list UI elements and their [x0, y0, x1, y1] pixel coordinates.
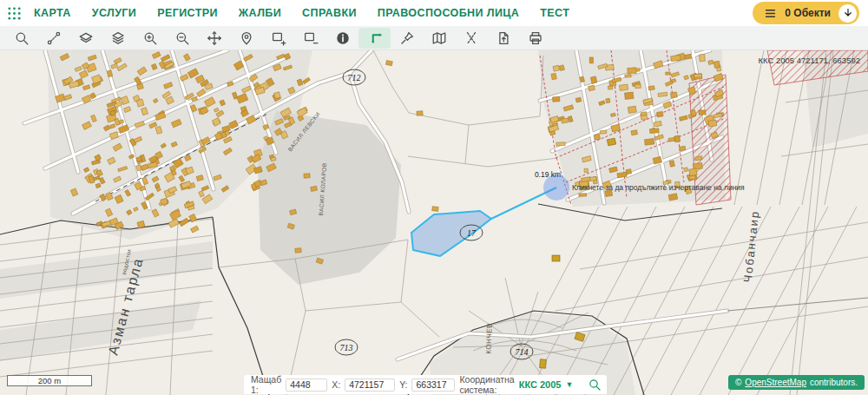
- deselect-rectangle-icon: [303, 30, 319, 46]
- tool-select-rectangle[interactable]: [262, 28, 294, 49]
- y-coordinate-input[interactable]: [411, 379, 455, 392]
- tool-measure-path[interactable]: [37, 28, 69, 49]
- tool-export[interactable]: [487, 28, 519, 49]
- svg-text:0.19 km: 0.19 km: [535, 170, 561, 179]
- export-file-icon: [496, 30, 511, 46]
- tool-snap[interactable]: [455, 28, 487, 49]
- map-icon: [431, 30, 447, 46]
- measure-path-icon: [46, 30, 62, 46]
- location-pin-icon: [239, 30, 254, 46]
- svg-text:713: 713: [340, 343, 353, 352]
- tool-zoom-in[interactable]: [134, 28, 166, 49]
- osm-attribution: © OpenStreetMap contributors.: [728, 375, 865, 390]
- map-toolbar: [0, 26, 868, 50]
- status-bar: Мащаб 1: X: Y: Координатна система: ККС …: [244, 375, 607, 394]
- scale-input[interactable]: [286, 379, 327, 392]
- hamburger-icon: [764, 8, 777, 19]
- scale-bar: 200 m: [7, 375, 92, 386]
- draw-line-icon: [367, 30, 383, 46]
- search-icon: [14, 30, 30, 46]
- layers-icon: [78, 30, 94, 46]
- tool-search[interactable]: [5, 28, 37, 49]
- printer-icon: [528, 30, 543, 46]
- tool-layers-stack[interactable]: [102, 28, 134, 49]
- zoom-in-icon: [142, 30, 158, 46]
- scale-bar-label: 200 m: [38, 376, 61, 385]
- nav-registri[interactable]: РЕГИСТРИ: [157, 7, 218, 19]
- search-icon: [588, 378, 602, 392]
- top-nav: КАРТА УСЛУГИ РЕГИСТРИ ЖАЛБИ СПРАВКИ ПРАВ…: [0, 0, 868, 26]
- y-label: Y:: [399, 379, 407, 390]
- svg-text:714: 714: [516, 347, 529, 357]
- tool-draw-line[interactable]: [358, 28, 391, 49]
- x-label: X:: [332, 379, 340, 390]
- apps-grid-icon[interactable]: [7, 6, 22, 21]
- svg-text:712: 712: [348, 73, 361, 82]
- tool-layers[interactable]: [69, 28, 102, 49]
- svg-text:Кликнете за да продължите изче: Кликнете за да продължите изчертаване на…: [572, 183, 745, 192]
- kais-app: КАРТА УСЛУГИ РЕГИСТРИ ЖАЛБИ СПРАВКИ ПРАВ…: [0, 0, 868, 395]
- nav-zhalbi[interactable]: ЖАЛБИ: [239, 7, 281, 19]
- cursor-coordinates: ККС 2005 4721171, 663592: [759, 56, 861, 65]
- contributors-text: contributors.: [810, 378, 858, 387]
- svg-text:КОНЧЕВ: КОНЧЕВ: [484, 323, 493, 354]
- tool-basemap[interactable]: [423, 28, 455, 49]
- osm-link[interactable]: OpenStreetMap: [745, 378, 806, 387]
- info-icon: [335, 30, 351, 46]
- crs-label: Координатна система:: [459, 374, 514, 395]
- map-viewport[interactable]: 71271371417Азман тарлаЧобанчаирКОНЧЕВВАС…: [0, 50, 868, 395]
- tool-locate[interactable]: [230, 28, 262, 49]
- tool-info[interactable]: [326, 28, 358, 49]
- snap-crosshair-icon: [464, 30, 479, 46]
- arrow-down-icon: [843, 8, 853, 18]
- pan-icon: [207, 30, 222, 46]
- x-coordinate-input[interactable]: [345, 379, 395, 392]
- tool-print[interactable]: [519, 28, 551, 49]
- tool-pushpin[interactable]: [391, 28, 423, 49]
- crs-select[interactable]: ККС 2005: [519, 379, 562, 390]
- objects-button[interactable]: 0 Обекти: [753, 2, 859, 24]
- chevron-down-icon[interactable]: ▼: [565, 380, 573, 389]
- copyright-symbol: ©: [735, 378, 741, 387]
- scale-label: Мащаб 1:: [251, 374, 281, 395]
- layers-stack-icon: [110, 30, 126, 46]
- map-canvas[interactable]: 71271371417Азман тарлаЧобанчаирКОНЧЕВВАС…: [0, 50, 868, 395]
- download-circle[interactable]: [838, 4, 857, 23]
- zoom-out-icon: [174, 30, 190, 46]
- coordinates-search-button[interactable]: [582, 377, 607, 392]
- svg-text:17: 17: [467, 228, 477, 238]
- nav-uslugi[interactable]: УСЛУГИ: [92, 7, 137, 19]
- pushpin-icon: [399, 30, 415, 46]
- nav-spravki[interactable]: СПРАВКИ: [302, 7, 357, 19]
- tool-pan[interactable]: [198, 28, 230, 49]
- nav-karta[interactable]: КАРТА: [34, 7, 71, 19]
- main-menu: КАРТА УСЛУГИ РЕГИСТРИ ЖАЛБИ СПРАВКИ ПРАВ…: [34, 7, 569, 19]
- nav-pravosposobni-lica[interactable]: ПРАВОСПОСОБНИ ЛИЦА: [378, 7, 519, 19]
- select-rectangle-icon: [271, 30, 286, 46]
- tool-deselect-rectangle[interactable]: [294, 28, 326, 49]
- nav-test[interactable]: ТЕСТ: [540, 7, 569, 19]
- tool-zoom-out[interactable]: [166, 28, 198, 49]
- objects-count-label: 0 Обекти: [785, 7, 831, 19]
